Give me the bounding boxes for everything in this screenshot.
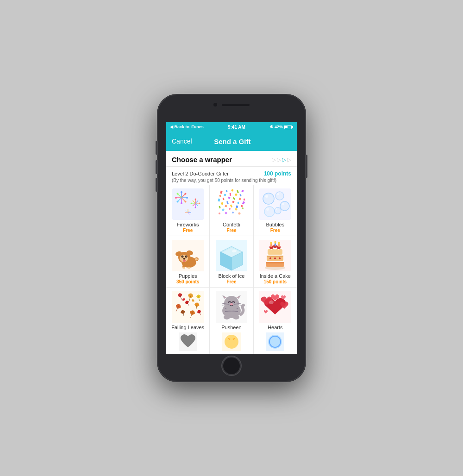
wrapper-name-hearts: Hearts [268, 325, 282, 330]
svg-point-28 [190, 203, 192, 204]
fireworks-image [172, 188, 204, 220]
wrapper-name-confetti: Confetti [223, 222, 240, 227]
svg-point-65 [242, 207, 244, 209]
wrapper-cost-ice: Free [226, 279, 236, 284]
svg-rect-54 [232, 201, 235, 203]
svg-point-69 [238, 213, 240, 215]
svg-point-129 [270, 242, 272, 244]
gifter-level: Level 2 Do-Gooder Gifter [172, 171, 229, 176]
svg-point-62 [222, 209, 224, 211]
svg-point-85 [275, 208, 277, 210]
pusheen-image [216, 291, 247, 323]
wrapper-grid: Fireworks Free [166, 185, 297, 331]
speaker-bar [222, 104, 250, 106]
phone-screen: ◀ Back to iTunes 9:41 AM ✱ 42% Cancel Se… [166, 122, 297, 354]
svg-point-75 [275, 192, 284, 200]
svg-point-82 [266, 208, 269, 211]
svg-point-63 [229, 208, 231, 210]
svg-point-14 [176, 201, 178, 203]
wrapper-confetti[interactable]: Confetti Free [210, 185, 253, 236]
wrapper-cake[interactable]: Inside a Cake 150 points [254, 236, 297, 287]
nav-bar: Cancel Send a Gift [166, 132, 297, 151]
svg-rect-40 [241, 190, 244, 193]
bluetooth-icon: ✱ [269, 125, 273, 129]
svg-point-94 [181, 256, 183, 258]
svg-point-96 [182, 256, 183, 257]
wrapper-cost-bubbles: Free [270, 228, 280, 233]
svg-point-95 [185, 256, 187, 258]
play-btn-1[interactable]: ▷ [272, 157, 276, 163]
svg-point-25 [194, 199, 196, 200]
status-right: ✱ 42% [269, 125, 293, 129]
svg-point-10 [184, 193, 186, 195]
svg-point-12 [184, 201, 186, 203]
play-btn-4[interactable]: ▷ [287, 157, 291, 163]
svg-rect-122 [268, 249, 282, 255]
svg-point-133 [274, 257, 276, 259]
svg-point-134 [279, 257, 281, 259]
battery-icon [284, 125, 293, 129]
wrapper-name-cake: Inside a Cake [260, 273, 291, 279]
cancel-button[interactable]: Cancel [172, 138, 192, 145]
svg-point-157 [224, 315, 230, 319]
svg-point-11 [186, 197, 188, 199]
leaves-image [172, 291, 204, 323]
svg-rect-55 [238, 202, 239, 204]
partial-item-3 [254, 331, 297, 354]
svg-point-158 [233, 315, 239, 319]
wrapper-name-puppies: Puppies [179, 273, 197, 279]
svg-rect-43 [230, 193, 232, 196]
camera-dot [213, 103, 217, 106]
ice-image [216, 240, 247, 271]
svg-point-13 [181, 202, 182, 204]
svg-point-165 [268, 335, 282, 349]
wrapper-ice[interactable]: Block of Ice Free [210, 236, 253, 287]
svg-point-66 [219, 213, 220, 214]
svg-point-78 [280, 201, 289, 211]
svg-point-81 [264, 207, 275, 217]
wrapper-name-pusheen: Pusheen [221, 325, 241, 330]
points-banner: Level 2 Do-Gooder Gifter 100 points (By … [166, 167, 297, 185]
svg-point-84 [275, 207, 281, 214]
section-title: Choose a wrapper [172, 156, 232, 163]
points-note: (By the way, you get 50 points for sendi… [172, 178, 291, 183]
partial-item-2 [210, 331, 253, 354]
svg-point-68 [232, 212, 234, 213]
wrapper-name-bubbles: Bubbles [266, 222, 284, 227]
wrapper-bubbles[interactable]: Bubbles Free [254, 185, 297, 236]
confetti-image [216, 188, 247, 220]
wrapper-fireworks[interactable]: Fireworks Free [166, 185, 209, 236]
svg-point-152 [230, 303, 233, 305]
play-controls[interactable]: ▷ ▷ ▷ ▷ [272, 157, 291, 163]
svg-point-64 [235, 208, 237, 211]
wrapper-cost-fireworks: Free [183, 228, 193, 233]
partial-item-1 [166, 331, 209, 354]
wrapper-name-fireworks: Fireworks [177, 222, 199, 227]
wrapper-leaves[interactable]: Falling Leaves 45 points [166, 288, 209, 331]
page-title: Send a Gift [214, 138, 250, 145]
play-btn-3[interactable]: ▷ [282, 157, 286, 163]
svg-point-99 [183, 260, 186, 262]
svg-rect-102 [182, 267, 185, 269]
svg-point-97 [186, 256, 187, 257]
svg-point-98 [183, 258, 185, 260]
wrapper-name-leaves: Falling Leaves [171, 325, 204, 330]
wrapper-puppies[interactable]: Puppies 350 points [166, 236, 209, 287]
wrapper-hearts[interactable]: Hearts 75 points [254, 288, 297, 331]
svg-point-130 [275, 241, 276, 244]
phone-top-bar [185, 103, 278, 106]
wrapper-cost-puppies: 350 points [176, 279, 199, 284]
hearts-image [259, 291, 291, 323]
svg-point-15 [175, 197, 177, 199]
status-bar: ◀ Back to iTunes 9:41 AM ✱ 42% [166, 122, 297, 132]
svg-rect-103 [188, 267, 190, 269]
phone-device: ◀ Back to iTunes 9:41 AM ✱ 42% Cancel Se… [157, 94, 306, 382]
svg-rect-50 [239, 198, 241, 200]
svg-point-9 [181, 191, 182, 193]
svg-point-163 [225, 335, 238, 349]
status-back[interactable]: ◀ Back to iTunes [170, 125, 204, 129]
partial-row [166, 331, 297, 354]
wrapper-pusheen[interactable]: Pusheen Free [210, 288, 253, 331]
play-btn-2[interactable]: ▷ [277, 157, 281, 163]
home-button[interactable] [221, 356, 242, 376]
